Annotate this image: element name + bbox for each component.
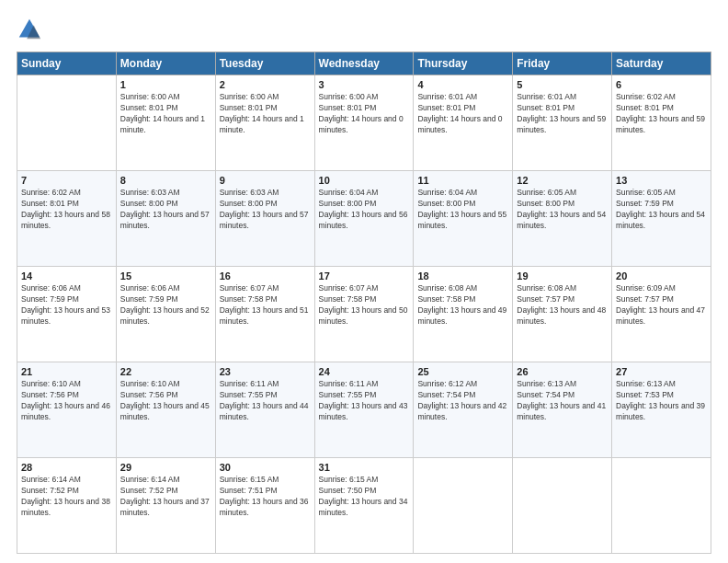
day-detail: Sunrise: 6:01 AMSunset: 8:01 PMDaylight:…: [517, 92, 608, 136]
day-cell: 3Sunrise: 6:00 AMSunset: 8:01 PMDaylight…: [314, 75, 414, 171]
day-number: 17: [319, 270, 410, 282]
day-cell: 29Sunrise: 6:14 AMSunset: 7:52 PMDayligh…: [116, 458, 215, 554]
day-number: 15: [120, 270, 211, 282]
day-cell: 31Sunrise: 6:15 AMSunset: 7:50 PMDayligh…: [314, 458, 414, 554]
day-detail: Sunrise: 6:07 AMSunset: 7:58 PMDaylight:…: [319, 283, 410, 327]
week-row: 21Sunrise: 6:10 AMSunset: 7:56 PMDayligh…: [17, 362, 711, 458]
day-cell: [612, 458, 711, 554]
day-cell: 9Sunrise: 6:03 AMSunset: 8:00 PMDaylight…: [215, 171, 314, 267]
day-cell: 7Sunrise: 6:02 AMSunset: 8:01 PMDaylight…: [17, 171, 117, 267]
header-cell: Saturday: [612, 52, 711, 75]
page: SundayMondayTuesdayWednesdayThursdayFrid…: [0, 0, 728, 563]
day-cell: 17Sunrise: 6:07 AMSunset: 7:58 PMDayligh…: [314, 267, 414, 362]
day-detail: Sunrise: 6:09 AMSunset: 7:57 PMDaylight:…: [616, 283, 707, 327]
header-cell: Friday: [513, 52, 612, 75]
day-number: 24: [319, 366, 410, 377]
day-detail: Sunrise: 6:00 AMSunset: 8:01 PMDaylight:…: [120, 92, 211, 136]
day-cell: 15Sunrise: 6:06 AMSunset: 7:59 PMDayligh…: [116, 267, 215, 362]
header-cell: Tuesday: [215, 52, 314, 75]
day-cell: 27Sunrise: 6:13 AMSunset: 7:53 PMDayligh…: [612, 362, 711, 458]
day-cell: [17, 75, 117, 171]
day-cell: 11Sunrise: 6:04 AMSunset: 8:00 PMDayligh…: [414, 171, 513, 267]
day-cell: 23Sunrise: 6:11 AMSunset: 7:55 PMDayligh…: [215, 362, 314, 458]
header-cell: Thursday: [414, 52, 513, 75]
day-detail: Sunrise: 6:02 AMSunset: 8:01 PMDaylight:…: [21, 188, 112, 232]
day-detail: Sunrise: 6:15 AMSunset: 7:50 PMDaylight:…: [319, 475, 410, 519]
day-number: 30: [220, 462, 311, 473]
day-cell: [414, 458, 513, 554]
day-detail: Sunrise: 6:10 AMSunset: 7:56 PMDaylight:…: [21, 379, 112, 423]
day-number: 13: [616, 175, 707, 186]
day-number: 27: [616, 366, 707, 377]
day-number: 19: [517, 270, 608, 282]
day-detail: Sunrise: 6:04 AMSunset: 8:00 PMDaylight:…: [319, 188, 410, 232]
day-number: 7: [21, 175, 112, 186]
day-detail: Sunrise: 6:05 AMSunset: 7:59 PMDaylight:…: [616, 188, 707, 232]
day-number: 5: [517, 79, 608, 90]
day-detail: Sunrise: 6:15 AMSunset: 7:51 PMDaylight:…: [220, 475, 311, 519]
day-detail: Sunrise: 6:08 AMSunset: 7:57 PMDaylight:…: [517, 283, 608, 327]
header: [17, 17, 711, 42]
day-cell: 28Sunrise: 6:14 AMSunset: 7:52 PMDayligh…: [17, 458, 117, 554]
day-number: 6: [616, 79, 707, 90]
day-cell: 8Sunrise: 6:03 AMSunset: 8:00 PMDaylight…: [116, 171, 215, 267]
day-detail: Sunrise: 6:08 AMSunset: 7:58 PMDaylight:…: [417, 283, 508, 327]
day-number: 21: [21, 366, 112, 377]
day-cell: 10Sunrise: 6:04 AMSunset: 8:00 PMDayligh…: [314, 171, 414, 267]
header-cell: Wednesday: [314, 52, 414, 75]
day-detail: Sunrise: 6:13 AMSunset: 7:53 PMDaylight:…: [616, 379, 707, 423]
day-number: 1: [120, 79, 211, 90]
day-detail: Sunrise: 6:14 AMSunset: 7:52 PMDaylight:…: [21, 475, 112, 519]
day-cell: 16Sunrise: 6:07 AMSunset: 7:58 PMDayligh…: [215, 267, 314, 362]
day-detail: Sunrise: 6:01 AMSunset: 8:01 PMDaylight:…: [417, 92, 508, 136]
calendar-table: SundayMondayTuesdayWednesdayThursdayFrid…: [17, 52, 711, 554]
day-number: 10: [319, 175, 410, 186]
week-row: 1Sunrise: 6:00 AMSunset: 8:01 PMDaylight…: [17, 75, 711, 171]
day-number: 22: [120, 366, 211, 377]
day-number: 9: [220, 175, 311, 186]
day-number: 26: [517, 366, 608, 377]
day-detail: Sunrise: 6:11 AMSunset: 7:55 PMDaylight:…: [319, 379, 410, 423]
day-detail: Sunrise: 6:14 AMSunset: 7:52 PMDaylight:…: [120, 475, 211, 519]
header-row: SundayMondayTuesdayWednesdayThursdayFrid…: [17, 52, 711, 75]
day-detail: Sunrise: 6:06 AMSunset: 7:59 PMDaylight:…: [120, 283, 211, 327]
day-number: 14: [21, 270, 112, 282]
logo-icon: [17, 17, 42, 42]
day-number: 25: [417, 366, 508, 377]
day-number: 23: [220, 366, 311, 377]
day-cell: 5Sunrise: 6:01 AMSunset: 8:01 PMDaylight…: [513, 75, 612, 171]
day-cell: 24Sunrise: 6:11 AMSunset: 7:55 PMDayligh…: [314, 362, 414, 458]
day-cell: [513, 458, 612, 554]
day-detail: Sunrise: 6:05 AMSunset: 8:00 PMDaylight:…: [517, 188, 608, 232]
week-row: 28Sunrise: 6:14 AMSunset: 7:52 PMDayligh…: [17, 458, 711, 554]
day-number: 3: [319, 79, 410, 90]
day-detail: Sunrise: 6:06 AMSunset: 7:59 PMDaylight:…: [21, 283, 112, 327]
day-number: 28: [21, 462, 112, 473]
week-row: 14Sunrise: 6:06 AMSunset: 7:59 PMDayligh…: [17, 267, 711, 362]
day-detail: Sunrise: 6:03 AMSunset: 8:00 PMDaylight:…: [220, 188, 311, 232]
day-cell: 20Sunrise: 6:09 AMSunset: 7:57 PMDayligh…: [612, 267, 711, 362]
day-cell: 19Sunrise: 6:08 AMSunset: 7:57 PMDayligh…: [513, 267, 612, 362]
day-number: 29: [120, 462, 211, 473]
header-cell: Sunday: [17, 52, 117, 75]
day-cell: 13Sunrise: 6:05 AMSunset: 7:59 PMDayligh…: [612, 171, 711, 267]
day-detail: Sunrise: 6:10 AMSunset: 7:56 PMDaylight:…: [120, 379, 211, 423]
day-cell: 1Sunrise: 6:00 AMSunset: 8:01 PMDaylight…: [116, 75, 215, 171]
day-number: 8: [120, 175, 211, 186]
day-detail: Sunrise: 6:00 AMSunset: 8:01 PMDaylight:…: [319, 92, 410, 136]
day-cell: 21Sunrise: 6:10 AMSunset: 7:56 PMDayligh…: [17, 362, 117, 458]
day-detail: Sunrise: 6:02 AMSunset: 8:01 PMDaylight:…: [616, 92, 707, 136]
day-cell: 30Sunrise: 6:15 AMSunset: 7:51 PMDayligh…: [215, 458, 314, 554]
day-detail: Sunrise: 6:07 AMSunset: 7:58 PMDaylight:…: [220, 283, 311, 327]
day-cell: 14Sunrise: 6:06 AMSunset: 7:59 PMDayligh…: [17, 267, 117, 362]
day-number: 18: [417, 270, 508, 282]
day-cell: 6Sunrise: 6:02 AMSunset: 8:01 PMDaylight…: [612, 75, 711, 171]
header-cell: Monday: [116, 52, 215, 75]
day-cell: 22Sunrise: 6:10 AMSunset: 7:56 PMDayligh…: [116, 362, 215, 458]
day-number: 11: [417, 175, 508, 186]
day-detail: Sunrise: 6:11 AMSunset: 7:55 PMDaylight:…: [220, 379, 311, 423]
day-detail: Sunrise: 6:00 AMSunset: 8:01 PMDaylight:…: [220, 92, 311, 136]
day-detail: Sunrise: 6:12 AMSunset: 7:54 PMDaylight:…: [417, 379, 508, 423]
day-number: 16: [220, 270, 311, 282]
day-detail: Sunrise: 6:04 AMSunset: 8:00 PMDaylight:…: [417, 188, 508, 232]
